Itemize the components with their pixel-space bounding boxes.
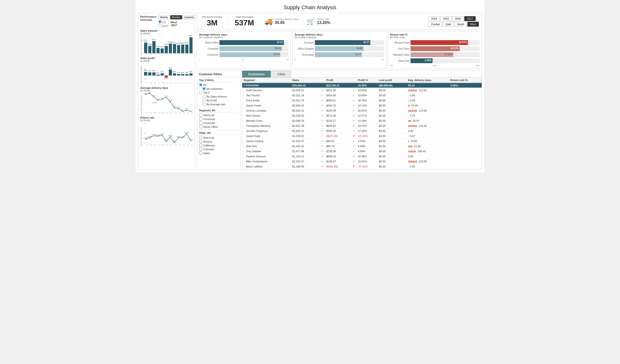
segment-select-all-checkbox[interactable] — [199, 114, 202, 117]
svg-text:$13K: $13K — [164, 44, 168, 45]
state-colorado: Colorado — [199, 148, 238, 151]
row-sales: $1,477.88 — [291, 149, 319, 154]
state-california-checkbox[interactable] — [199, 144, 202, 147]
year-2017-button[interactable]: 2017 — [464, 16, 475, 21]
all-radio-input[interactable] — [199, 83, 202, 86]
total-purchase-value: 537M — [232, 18, 256, 27]
row-profit-pct: 8.69% — [356, 149, 378, 154]
top5-radio-label: Top 5 — [203, 91, 210, 94]
svg-text:Aug: Aug — [174, 53, 177, 54]
row-sales-icon: ✓ — [319, 139, 325, 144]
group-profit-pct: 15.30% — [356, 83, 378, 88]
svg-point-126 — [186, 133, 187, 134]
group-label: ▿ Consumer — [242, 83, 291, 88]
by-profit-radio-input[interactable] — [202, 99, 206, 102]
svg-text:Dec: Dec — [191, 53, 193, 54]
by-profit-radio-label: By Profit — [207, 99, 217, 102]
row-return-rate — [449, 169, 482, 170]
row-return-rate — [449, 98, 482, 103]
svg-rect-4 — [161, 48, 164, 53]
row-sales: $2,155.52 — [291, 113, 319, 118]
segment-home-office-checkbox[interactable] — [199, 125, 202, 128]
return-rate-y-label: Return rate and Return... — [140, 122, 142, 146]
row-lost-profit: $0.00 — [377, 154, 406, 159]
svg-text:$16K: $16K — [185, 42, 189, 44]
segment-select-all: Select all — [199, 114, 238, 117]
row-name: Jeremy Lonsdale — [242, 108, 291, 113]
state-arizona-checkbox[interactable] — [199, 140, 202, 143]
filter-all-radio: All — [199, 83, 238, 86]
table-section: Customers Cities Segment Sales Profit — [242, 70, 482, 170]
svg-rect-50 — [189, 73, 193, 76]
svg-text:Mar: Mar — [154, 82, 156, 84]
svg-text:Jul: Jul — [170, 53, 172, 54]
year-2016-button[interactable]: 2016 — [452, 16, 464, 21]
year-2015-button[interactable]: 2015 — [440, 16, 451, 21]
row-return-rate — [449, 144, 482, 149]
row-lost-profit: $0.00 — [377, 169, 406, 170]
table-row: Maris LaWare $1,298.90 ✓ ($482.59) ✗ -37… — [242, 164, 482, 169]
svg-rect-0 — [144, 43, 147, 53]
row-profit-icon: ✓ — [351, 88, 356, 93]
row-profit-pct: 30.76% — [356, 98, 378, 103]
segment-corporate: Corporate — [199, 121, 238, 124]
technology-bar: Technology 34.27 — [294, 52, 384, 57]
row-return-rate — [449, 123, 482, 129]
by-sales-radio-input[interactable] — [202, 95, 206, 98]
west-button[interactable]: West — [467, 22, 479, 27]
svg-text:Feb: Feb — [150, 82, 152, 84]
east-button[interactable]: East — [443, 22, 454, 27]
sales-profit-y-label: Sales profit and Sales... — [140, 62, 142, 84]
state-colorado-checkbox[interactable] — [199, 148, 202, 151]
col-lost-profit: Lost profit — [377, 78, 406, 83]
year-2014-button[interactable]: 2014 — [428, 16, 440, 21]
avg-delivery-product-title: Average delivery days — [294, 33, 384, 36]
svg-text:Jun: Jun — [166, 82, 169, 84]
svg-text:78.81: 78.81 — [148, 92, 152, 93]
row-avg-delivery: 6.00 — [407, 98, 449, 103]
svg-rect-48 — [181, 74, 184, 76]
second-class-label: Second Class — [390, 41, 410, 44]
avg-delivery-title: Average delivery days — [140, 86, 193, 89]
return-rate-kpi: 🛒 Return rate 13.20% — [307, 17, 330, 25]
row-avg-delivery: 108.50 — [407, 149, 449, 154]
state-idaho-checkbox[interactable] — [199, 152, 202, 155]
south-button[interactable]: South — [454, 22, 467, 27]
row-profit: $44.41 — [325, 139, 351, 144]
segment-consumer-checkbox[interactable] — [199, 117, 202, 121]
kpi-divider-1 — [228, 15, 228, 27]
row-lost-profit: $0.00 — [377, 108, 406, 113]
quarterly-button[interactable]: Quarterly — [183, 15, 196, 19]
state-select-all-checkbox[interactable] — [199, 136, 202, 139]
svg-rect-7 — [173, 44, 176, 53]
sales-profit-subtitle: by Month — [140, 60, 193, 62]
left-panel: Performance Overview Weekly Monthly Quar… — [138, 13, 195, 170]
svg-text:16.07%: 16.07% — [152, 134, 156, 135]
row-sales: $1,510.47 — [291, 139, 319, 144]
monthly-button[interactable]: Monthly — [170, 15, 182, 19]
all-customers-radio-input[interactable] — [202, 87, 206, 90]
weekly-button[interactable]: Weekly — [158, 15, 170, 19]
row-return-rate — [449, 129, 482, 134]
svg-point-116 — [145, 139, 146, 140]
filter-by-sales-radio: By Sales Amount — [199, 95, 238, 98]
top5-radio-input[interactable] — [199, 91, 202, 94]
table-row: Sanjit Engle $1,539.81 ✓ ($237.20) ✗ -15… — [242, 134, 482, 139]
svg-text:$20K: $20K — [144, 38, 147, 40]
segment-corporate-checkbox[interactable] — [199, 121, 202, 124]
state-idaho: Idaho — [199, 152, 238, 155]
customers-tab[interactable]: Customers — [242, 71, 271, 77]
row-sales-icon: ✓ — [319, 164, 325, 169]
svg-rect-3 — [156, 48, 160, 53]
row-name: Maris LaWare — [242, 164, 291, 169]
by-avg-deli-radio-input[interactable] — [202, 103, 206, 106]
chart-row: Average delivery days By Customer segmen… — [197, 31, 482, 69]
svg-point-123 — [174, 142, 175, 143]
row-profit-pct: 15.01% — [356, 159, 378, 164]
svg-point-86 — [178, 108, 179, 109]
row-name: Troy Staebel — [242, 149, 291, 154]
office-supplies-value: 34.80 — [356, 46, 363, 51]
segment-select-all-label: Select all — [203, 114, 214, 117]
central-button[interactable]: Central — [428, 22, 442, 27]
cities-tab[interactable]: Cities — [271, 71, 291, 77]
